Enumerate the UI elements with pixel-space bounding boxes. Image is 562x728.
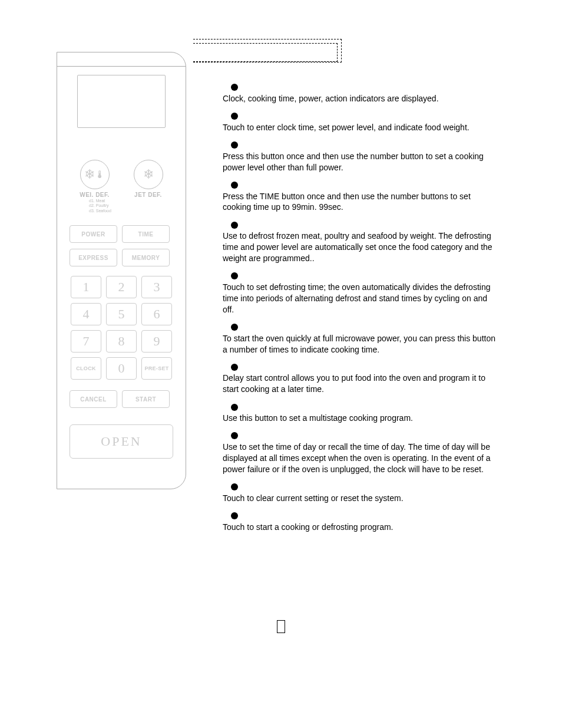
bullet-icon: [231, 512, 238, 519]
desc-body: Touch to start a cooking or defrosting p…: [223, 522, 500, 533]
desc-body: Touch to set defrosting time; the oven a…: [223, 282, 500, 315]
express-button[interactable]: EXPRESS: [70, 249, 117, 266]
desc-item: WEI. DEFROSTUse to defrost frozen meat, …: [223, 219, 500, 264]
defrost-category-list: d1. Meat d2. Poultry d3. Seafood: [89, 199, 111, 213]
bullet-icon: [231, 182, 238, 189]
time-button[interactable]: TIME: [122, 225, 170, 243]
desc-heading: CLOCK: [223, 430, 500, 440]
title-box: CONTROL PANEL: [193, 39, 342, 62]
key-4[interactable]: 4: [71, 303, 101, 325]
panel-body: ❄ 🌡 WEI. DEF. d1. Meat d2. Poultry d3. S…: [57, 67, 186, 465]
desc-heading: WEI. DEFROST: [223, 219, 500, 229]
jet-def-cell: ❄ JET DEF.: [121, 160, 175, 198]
desc-heading: DISPLAY WINDOW: [223, 81, 500, 92]
desc-item: PRE-SETDelay start control allows you to…: [223, 361, 500, 395]
desc-heading: CANCEL: [223, 481, 500, 492]
defrost-row: ❄ 🌡 WEI. DEF. d1. Meat d2. Poultry d3. S…: [64, 160, 178, 198]
desc-body: To start the oven quickly at full microw…: [223, 333, 500, 355]
desc-body: Use to set the time of day or recall the…: [223, 442, 500, 475]
panel-top-strip: [57, 52, 186, 67]
desc-item: STARTTouch to start a cooking or defrost…: [223, 510, 500, 533]
preset-button[interactable]: PRE-SET: [141, 357, 172, 380]
bullet-icon: [231, 324, 238, 331]
title-inner-border: [193, 43, 338, 62]
memory-button[interactable]: MEMORY: [122, 249, 170, 266]
key-2[interactable]: 2: [106, 276, 137, 298]
desc-body: Touch to enter clock time, set power lev…: [223, 122, 500, 133]
bullet-icon: [231, 364, 238, 371]
jet-def-button[interactable]: ❄: [134, 160, 163, 189]
desc-heading: POWER: [223, 139, 500, 150]
start-button[interactable]: START: [122, 390, 170, 408]
bullet-icon: [231, 141, 238, 149]
dlist-3: d3. Seafood: [89, 209, 111, 213]
desc-item: CLOCKUse to set the time of day or recal…: [223, 430, 500, 475]
descriptions-column: DISPLAY WINDOWClock, cooking time, power…: [223, 81, 500, 539]
wei-def-button[interactable]: ❄ 🌡: [80, 160, 110, 189]
page-number-box: 5: [0, 620, 562, 633]
desc-item: EXPRESSTo start the oven quickly at full…: [223, 321, 500, 355]
power-button[interactable]: POWER: [70, 225, 117, 243]
desc-item: NUMBER BUTTONS (0-9)Touch to enter clock…: [223, 110, 500, 133]
row-express-memory: EXPRESS MEMORY: [70, 249, 173, 266]
snowflake-icon: ❄: [143, 168, 154, 181]
desc-body: Press the TIME button once and then use …: [223, 191, 500, 213]
control-panel-illustration: ❄ 🌡 WEI. DEF. d1. Meat d2. Poultry d3. S…: [57, 52, 186, 489]
desc-body: Delay start control allows you to put fo…: [223, 373, 500, 395]
display-window: [77, 75, 166, 128]
key-6[interactable]: 6: [141, 303, 172, 325]
desc-body: Use to defrost frozen meat, poultry and …: [223, 230, 500, 264]
desc-body: Clock, cooking time, power, action indic…: [223, 93, 500, 104]
open-button[interactable]: OPEN: [70, 424, 173, 459]
row-power-time: POWER TIME: [70, 225, 173, 243]
desc-body: Use this button to set a multistage cook…: [223, 413, 500, 424]
bullet-icon: [231, 432, 238, 439]
key-1[interactable]: 1: [71, 276, 101, 298]
row-cancel-start: CANCEL START: [70, 390, 173, 408]
desc-heading: PRE-SET: [223, 361, 500, 371]
bullet-icon: [231, 272, 238, 279]
wei-def-label: WEI. DEF.: [80, 192, 110, 198]
desc-heading: JET DEFROST: [223, 270, 500, 281]
desc-body: Touch to clear current setting or reset …: [223, 493, 500, 504]
bullet-icon: [231, 404, 238, 411]
clock-button[interactable]: CLOCK: [71, 357, 101, 380]
key-9[interactable]: 9: [141, 330, 172, 353]
page: CONTROL PANEL ❄ 🌡 WEI. DEF. d1. Meat d2.…: [0, 0, 562, 728]
key-5[interactable]: 5: [106, 303, 137, 325]
number-keypad: 1 2 3 4 5 6 7 8 9 CLOCK 0 PRE-SET: [71, 276, 172, 380]
desc-body: Press this button once and then use the …: [223, 151, 500, 173]
cancel-button[interactable]: CANCEL: [70, 390, 117, 408]
key-0[interactable]: 0: [106, 357, 137, 380]
bullet-icon: [231, 113, 238, 120]
bullet-icon: [231, 483, 238, 490]
desc-heading: START: [223, 510, 500, 521]
desc-item: JET DEFROSTTouch to set defrosting time;…: [223, 270, 500, 315]
desc-item: POWERPress this button once and then use…: [223, 139, 500, 173]
page-number: 5: [277, 620, 285, 633]
key-8[interactable]: 8: [106, 330, 137, 353]
desc-heading: MEMORY: [223, 401, 500, 411]
key-3[interactable]: 3: [141, 276, 172, 298]
key-7[interactable]: 7: [71, 330, 101, 353]
thermometer-icon: 🌡: [95, 169, 105, 180]
jet-def-label: JET DEF.: [134, 192, 162, 198]
desc-item: CANCELTouch to clear current setting or …: [223, 481, 500, 504]
dlist-1: d1. Meat: [89, 199, 111, 203]
dlist-2: d2. Poultry: [89, 203, 111, 208]
bullet-icon: [231, 222, 238, 229]
desc-item: TIME BUTTONPress the TIME button once an…: [223, 179, 500, 213]
wei-def-cell: ❄ 🌡 WEI. DEF. d1. Meat d2. Poultry d3. S…: [68, 160, 121, 198]
desc-heading: TIME BUTTON: [223, 179, 500, 190]
desc-item: MEMORYUse this button to set a multistag…: [223, 401, 500, 424]
snowflake-icon: ❄: [84, 168, 95, 181]
bullet-icon: [231, 84, 238, 91]
desc-heading: EXPRESS: [223, 321, 500, 332]
desc-heading: NUMBER BUTTONS (0-9): [223, 110, 500, 121]
desc-item: DISPLAY WINDOWClock, cooking time, power…: [223, 81, 500, 104]
